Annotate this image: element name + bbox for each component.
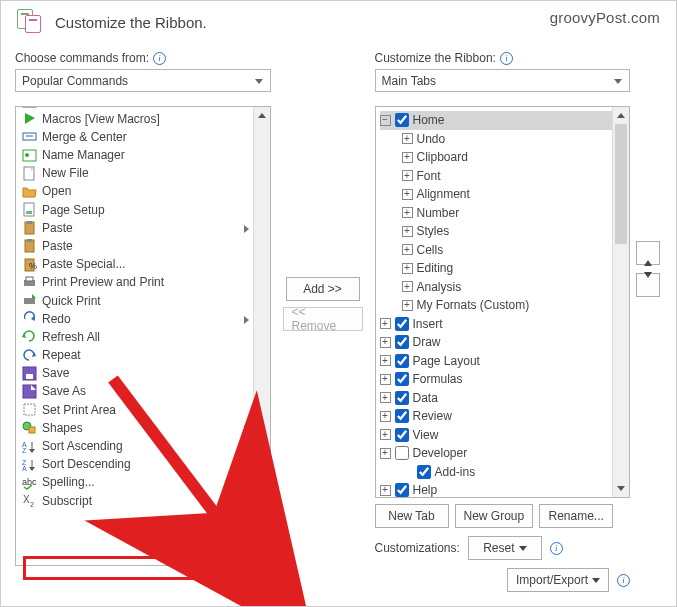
tab-checkbox[interactable] — [395, 409, 409, 423]
command-item[interactable]: ZASort Descending — [16, 455, 253, 473]
tree-item[interactable]: +Developer — [380, 444, 613, 463]
command-item[interactable]: Open — [16, 182, 253, 200]
command-item[interactable]: Set Print Area — [16, 401, 253, 419]
tree-item[interactable]: +Data — [380, 389, 613, 408]
tree-item[interactable]: −Home — [380, 111, 613, 130]
tree-item[interactable]: +Editing — [380, 259, 613, 278]
command-item[interactable]: Refresh All — [16, 328, 253, 346]
command-item[interactable]: Macros [View Macros] — [16, 110, 253, 128]
tree-item[interactable]: +Draw — [380, 333, 613, 352]
tree-item[interactable]: +Analysis — [380, 278, 613, 297]
scroll-down-icon[interactable] — [613, 480, 629, 497]
svg-rect-19 — [27, 239, 32, 242]
expand-icon[interactable]: + — [380, 374, 391, 385]
command-item[interactable]: Shapes — [16, 419, 253, 437]
expand-icon[interactable]: + — [402, 189, 413, 200]
new-group-button[interactable]: New Group — [455, 504, 534, 528]
tree-item[interactable]: +View — [380, 426, 613, 445]
tree-item[interactable]: +Insert — [380, 315, 613, 334]
info-icon[interactable]: i — [153, 52, 166, 65]
tree-item[interactable]: +Clipboard — [380, 148, 613, 167]
expand-icon[interactable]: + — [380, 392, 391, 403]
expand-icon[interactable]: + — [402, 263, 413, 274]
tree-item[interactable]: +Number — [380, 204, 613, 223]
scroll-down-icon[interactable] — [254, 548, 270, 565]
info-icon[interactable]: i — [550, 542, 563, 555]
expand-icon[interactable]: + — [402, 170, 413, 181]
command-item[interactable]: Save As — [16, 382, 253, 400]
add-button[interactable]: Add >> — [286, 277, 360, 301]
command-item[interactable]: Redo — [16, 310, 253, 328]
tree-item[interactable]: +Cells — [380, 241, 613, 260]
command-item[interactable]: AZSort Ascending — [16, 437, 253, 455]
scroll-up-icon[interactable] — [254, 107, 270, 124]
tab-checkbox[interactable] — [395, 335, 409, 349]
tab-checkbox[interactable] — [395, 446, 409, 460]
scrollbar[interactable] — [253, 107, 270, 565]
command-item[interactable]: Paste — [16, 237, 253, 255]
tree-item[interactable]: +Styles — [380, 222, 613, 241]
expand-icon[interactable]: + — [380, 411, 391, 422]
expand-icon[interactable]: + — [402, 226, 413, 237]
command-item[interactable]: ΣSum — [16, 510, 253, 513]
command-item[interactable]: %Paste Special... — [16, 255, 253, 273]
command-item[interactable]: Print Preview and Print — [16, 273, 253, 291]
tree-item[interactable]: +Page Layout — [380, 352, 613, 371]
tree-item[interactable]: +Help — [380, 481, 613, 498]
qprint-icon — [20, 293, 38, 308]
tab-checkbox[interactable] — [395, 428, 409, 442]
expand-icon[interactable]: + — [402, 244, 413, 255]
command-item[interactable]: Name Manager — [16, 146, 253, 164]
command-item[interactable]: Save — [16, 364, 253, 382]
tab-checkbox[interactable] — [395, 354, 409, 368]
expand-icon[interactable]: + — [380, 429, 391, 440]
tree-item[interactable]: +Review — [380, 407, 613, 426]
command-item[interactable]: Repeat — [16, 346, 253, 364]
tab-checkbox[interactable] — [417, 465, 431, 479]
expand-icon[interactable]: + — [380, 337, 391, 348]
tab-checkbox[interactable] — [395, 317, 409, 331]
expand-icon[interactable]: + — [380, 355, 391, 366]
expand-icon[interactable]: + — [402, 300, 413, 311]
expand-icon[interactable]: + — [402, 281, 413, 292]
scroll-thumb[interactable] — [615, 124, 627, 244]
scrollbar[interactable] — [612, 107, 629, 497]
info-icon[interactable]: i — [500, 52, 513, 65]
command-item[interactable]: Quick Print — [16, 291, 253, 309]
tabs-treeview[interactable]: −Home+Undo+Clipboard+Font+Alignment+Numb… — [375, 106, 631, 498]
expand-icon[interactable]: − — [380, 115, 391, 126]
tree-item[interactable]: +My Fornats (Custom) — [380, 296, 613, 315]
commands-listbox[interactable]: Insert Sheet ColumnsInsert Sheet RowsIns… — [15, 106, 271, 566]
tree-item[interactable]: +Alignment — [380, 185, 613, 204]
command-item[interactable]: Page Setup — [16, 201, 253, 219]
command-item[interactable]: abcSpelling... — [16, 473, 253, 491]
move-up-button[interactable] — [636, 241, 660, 265]
tree-item[interactable]: Add-ins — [380, 463, 613, 482]
expand-icon[interactable]: + — [402, 152, 413, 163]
tab-checkbox[interactable] — [395, 483, 409, 497]
command-item[interactable]: X2Subscript — [16, 492, 253, 510]
customize-ribbon-dropdown[interactable]: Main Tabs — [375, 69, 631, 92]
command-item[interactable]: Paste — [16, 219, 253, 237]
expand-icon[interactable]: + — [402, 207, 413, 218]
expand-icon[interactable]: + — [402, 133, 413, 144]
command-item[interactable]: New File — [16, 164, 253, 182]
expand-icon[interactable]: + — [380, 448, 391, 459]
new-tab-button[interactable]: New Tab — [375, 504, 449, 528]
tab-checkbox[interactable] — [395, 113, 409, 127]
tree-item[interactable]: +Font — [380, 167, 613, 186]
tab-checkbox[interactable] — [395, 372, 409, 386]
expand-icon[interactable]: + — [380, 318, 391, 329]
move-down-button[interactable] — [636, 273, 660, 297]
tree-item[interactable]: +Undo — [380, 130, 613, 149]
scroll-up-icon[interactable] — [613, 107, 629, 124]
info-icon[interactable]: i — [617, 574, 630, 587]
import-export-dropdown-button[interactable]: Import/Export — [507, 568, 609, 592]
rename-button[interactable]: Rename... — [539, 504, 613, 528]
tab-checkbox[interactable] — [395, 391, 409, 405]
reset-dropdown-button[interactable]: Reset — [468, 536, 542, 560]
choose-commands-dropdown[interactable]: Popular Commands — [15, 69, 271, 92]
command-item[interactable]: Merge & Center — [16, 128, 253, 146]
expand-icon[interactable]: + — [380, 485, 391, 496]
tree-item[interactable]: +Formulas — [380, 370, 613, 389]
